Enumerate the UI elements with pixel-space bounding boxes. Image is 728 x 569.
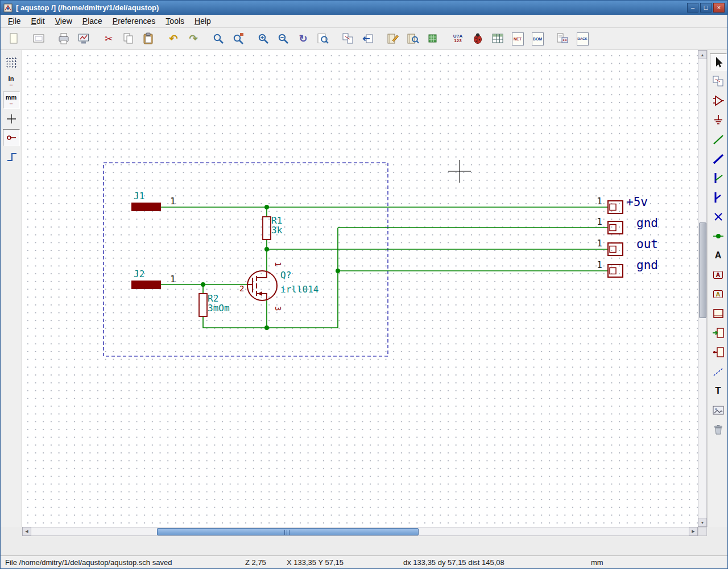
- net-label-gnd-top[interactable]: gnd: [636, 216, 658, 230]
- leave-sheet-button[interactable]: [359, 30, 377, 47]
- sheet-outline[interactable]: [104, 163, 388, 356]
- no-connect-button[interactable]: [710, 208, 727, 225]
- junction-dot[interactable]: [264, 205, 269, 209]
- copy-button[interactable]: [120, 30, 137, 47]
- hv-orientation-button[interactable]: [3, 148, 20, 165]
- j1-ref-label[interactable]: J1: [134, 191, 144, 201]
- junction-dot[interactable]: [264, 325, 269, 330]
- vertical-scrollbar[interactable]: ▲ ▼: [698, 50, 707, 527]
- zoom-out-button[interactable]: [275, 30, 292, 47]
- footprint-editor-button[interactable]: [424, 30, 441, 47]
- hier-pin-gnd-top[interactable]: [608, 221, 623, 234]
- menu-tools[interactable]: Tools: [160, 15, 189, 27]
- hier-pin-plus5v[interactable]: [608, 201, 623, 213]
- r1-value-label[interactable]: 3k: [271, 225, 283, 236]
- hierarchy-tool-button[interactable]: [710, 73, 727, 90]
- r2-body[interactable]: [199, 294, 207, 316]
- j2-ref-label[interactable]: J2: [134, 269, 144, 279]
- undo-button[interactable]: ↶: [165, 30, 182, 47]
- vertical-scroll-thumb[interactable]: [699, 222, 706, 318]
- hidden-pins-button[interactable]: [3, 129, 20, 146]
- maximize-button[interactable]: □: [700, 3, 712, 13]
- j2-body[interactable]: [131, 281, 161, 289]
- menu-help[interactable]: Help: [189, 15, 216, 27]
- netlist-button[interactable]: NET: [509, 30, 526, 47]
- wire-source-rail[interactable]: [203, 316, 338, 328]
- scroll-up-button[interactable]: ▲: [698, 50, 707, 59]
- net-label-plus5v[interactable]: +5v: [626, 195, 648, 209]
- j1-body[interactable]: [131, 203, 161, 211]
- units-inch-button[interactable]: In ↔: [3, 73, 20, 90]
- r1-body[interactable]: [263, 217, 271, 240]
- menu-edit[interactable]: Edit: [26, 15, 50, 27]
- hierarchical-label-icon-text: A: [716, 291, 721, 298]
- r2-value-label[interactable]: 3mOm: [208, 303, 230, 314]
- place-bus-button[interactable]: [710, 150, 727, 167]
- hierarchy-navigator-button[interactable]: [340, 30, 357, 47]
- plot-button[interactable]: [75, 30, 92, 47]
- place-image-button[interactable]: [710, 402, 727, 419]
- select-tool-button[interactable]: [710, 53, 727, 71]
- library-browser-button[interactable]: [404, 30, 421, 47]
- find-replace-button[interactable]: [230, 30, 247, 47]
- import-sheet-pin-button[interactable]: [710, 324, 727, 341]
- assign-footprints-button[interactable]: [554, 30, 571, 47]
- junction-dot[interactable]: [336, 269, 340, 273]
- redo-button[interactable]: ↷: [185, 30, 202, 47]
- print-button[interactable]: [55, 30, 72, 47]
- place-graphic-line-button[interactable]: [710, 363, 727, 380]
- scroll-left-button[interactable]: ◀: [22, 527, 31, 536]
- q1-ref-label[interactable]: Q?: [280, 270, 291, 281]
- bom-button[interactable]: BOM: [529, 30, 546, 47]
- scroll-down-button[interactable]: ▼: [698, 518, 707, 527]
- menu-file[interactable]: File: [3, 15, 26, 27]
- bus-to-bus-button[interactable]: [710, 189, 727, 206]
- grid-toggle-button[interactable]: [3, 54, 20, 71]
- schematic-canvas[interactable]: J1 J2 R1 3k R2 3mOm Q? irll014 1 1 1 1 1…: [22, 50, 698, 527]
- net-label-out[interactable]: out: [636, 237, 658, 251]
- place-text-button[interactable]: T: [710, 382, 727, 399]
- menu-preferences[interactable]: Preferences: [107, 15, 161, 27]
- place-power-button[interactable]: [710, 112, 727, 129]
- hier-pin-out[interactable]: [608, 243, 623, 255]
- place-hierarchical-label-button[interactable]: A: [710, 286, 727, 303]
- place-wire-button[interactable]: [710, 131, 727, 148]
- find-button[interactable]: [210, 30, 227, 47]
- annotate-button[interactable]: U?A 123: [449, 30, 466, 47]
- menu-view[interactable]: View: [50, 15, 77, 27]
- scroll-right-button[interactable]: ▶: [689, 527, 698, 536]
- place-label-button[interactable]: A: [710, 247, 727, 264]
- delete-tool-button[interactable]: [710, 421, 727, 438]
- horizontal-scrollbar[interactable]: ◀ ▶: [22, 527, 698, 536]
- place-global-label-button[interactable]: A: [710, 266, 727, 283]
- units-mm-button[interactable]: mm ↔: [3, 92, 20, 109]
- place-sheet-button[interactable]: [710, 305, 727, 322]
- junction-dot[interactable]: [264, 247, 269, 251]
- page-settings-button[interactable]: [30, 30, 47, 47]
- place-sheet-pin-button[interactable]: [710, 344, 727, 361]
- q1-value-label[interactable]: irll014: [280, 284, 318, 295]
- place-junction-button[interactable]: [710, 228, 727, 245]
- hier-pin-gnd-bottom[interactable]: [608, 265, 623, 277]
- new-schematic-button[interactable]: [5, 30, 22, 47]
- paste-button[interactable]: [140, 30, 157, 47]
- redraw-button[interactable]: ↻: [295, 30, 312, 47]
- close-button[interactable]: ×: [713, 3, 725, 13]
- q1-mosfet-symbol[interactable]: [247, 271, 277, 300]
- zoom-fit-button[interactable]: [315, 30, 332, 47]
- fields-table-button[interactable]: [489, 30, 506, 47]
- net-label-gnd-bottom[interactable]: gnd: [636, 258, 658, 272]
- erc-button[interactable]: [469, 30, 486, 47]
- zoom-in-button[interactable]: [255, 30, 272, 47]
- place-component-button[interactable]: [710, 92, 727, 109]
- scroll-up-icon: ▲: [701, 53, 705, 57]
- menu-place[interactable]: Place: [77, 15, 107, 27]
- back-annotate-button[interactable]: BACK: [574, 30, 591, 47]
- cut-button[interactable]: ✂: [100, 30, 117, 47]
- junction-dot[interactable]: [201, 282, 205, 287]
- minimize-button[interactable]: –: [687, 3, 698, 13]
- library-editor-button[interactable]: [384, 30, 402, 47]
- horizontal-scroll-thumb[interactable]: [157, 528, 419, 535]
- cursor-shape-button[interactable]: [3, 110, 20, 127]
- wire-to-bus-button[interactable]: [710, 170, 727, 187]
